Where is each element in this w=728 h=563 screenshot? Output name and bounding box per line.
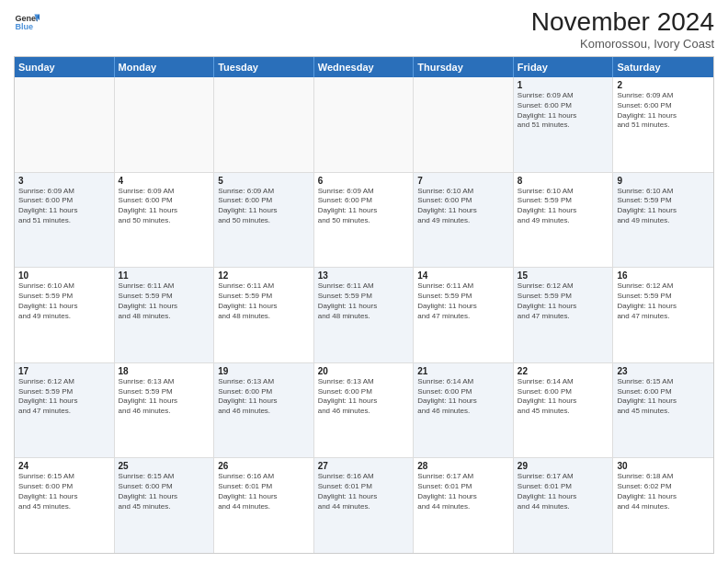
weekday-header: Wednesday	[314, 57, 415, 77]
calendar-row: 24Sunrise: 6:15 AM Sunset: 6:00 PM Dayli…	[15, 458, 713, 553]
calendar-cell: 21Sunrise: 6:14 AM Sunset: 6:00 PM Dayli…	[414, 363, 514, 458]
day-number: 18	[119, 366, 210, 376]
day-info: Sunrise: 6:10 AM Sunset: 5:59 PM Dayligh…	[518, 187, 609, 226]
day-info: Sunrise: 6:09 AM Sunset: 6:00 PM Dayligh…	[518, 91, 609, 131]
calendar-cell	[314, 77, 415, 172]
calendar-cell: 22Sunrise: 6:14 AM Sunset: 6:00 PM Dayli…	[514, 363, 614, 458]
calendar-body: 1Sunrise: 6:09 AM Sunset: 6:00 PM Daylig…	[15, 77, 713, 553]
calendar-cell: 25Sunrise: 6:15 AM Sunset: 6:00 PM Dayli…	[115, 458, 215, 553]
calendar-cell: 2Sunrise: 6:09 AM Sunset: 6:00 PM Daylig…	[613, 77, 713, 172]
calendar-cell: 7Sunrise: 6:10 AM Sunset: 6:00 PM Daylig…	[414, 173, 514, 268]
calendar-cell: 9Sunrise: 6:10 AM Sunset: 5:59 PM Daylig…	[613, 173, 713, 268]
day-number: 4	[119, 176, 210, 186]
calendar-cell: 26Sunrise: 6:16 AM Sunset: 6:01 PM Dayli…	[214, 458, 314, 553]
day-number: 7	[417, 176, 509, 186]
day-number: 14	[417, 270, 509, 281]
day-number: 13	[318, 270, 410, 281]
day-number: 25	[119, 461, 210, 471]
calendar-row: 1Sunrise: 6:09 AM Sunset: 6:00 PM Daylig…	[15, 77, 713, 173]
calendar-row: 17Sunrise: 6:12 AM Sunset: 5:59 PM Dayli…	[15, 363, 713, 459]
day-info: Sunrise: 6:15 AM Sunset: 6:00 PM Dayligh…	[18, 472, 110, 511]
day-info: Sunrise: 6:10 AM Sunset: 6:00 PM Dayligh…	[417, 187, 509, 226]
day-info: Sunrise: 6:13 AM Sunset: 6:00 PM Dayligh…	[318, 377, 410, 417]
day-info: Sunrise: 6:18 AM Sunset: 6:02 PM Dayligh…	[617, 472, 710, 511]
calendar-cell: 13Sunrise: 6:11 AM Sunset: 5:59 PM Dayli…	[314, 268, 415, 362]
calendar-cell: 15Sunrise: 6:12 AM Sunset: 5:59 PM Dayli…	[514, 268, 614, 362]
day-number: 28	[417, 461, 509, 471]
weekday-header: Friday	[514, 57, 614, 77]
calendar-cell: 4Sunrise: 6:09 AM Sunset: 6:00 PM Daylig…	[115, 173, 215, 268]
day-number: 19	[218, 366, 310, 376]
day-info: Sunrise: 6:11 AM Sunset: 5:59 PM Dayligh…	[318, 282, 410, 321]
logo: General Blue	[14, 9, 40, 35]
day-number: 29	[518, 461, 609, 471]
day-info: Sunrise: 6:09 AM Sunset: 6:00 PM Dayligh…	[119, 187, 210, 226]
day-info: Sunrise: 6:11 AM Sunset: 5:59 PM Dayligh…	[119, 282, 210, 321]
day-number: 9	[617, 176, 710, 186]
day-number: 8	[518, 176, 609, 186]
day-info: Sunrise: 6:11 AM Sunset: 5:59 PM Dayligh…	[218, 282, 310, 321]
day-info: Sunrise: 6:17 AM Sunset: 6:01 PM Dayligh…	[417, 472, 509, 511]
day-number: 27	[318, 461, 410, 471]
day-number: 17	[18, 366, 110, 376]
calendar-row: 3Sunrise: 6:09 AM Sunset: 6:00 PM Daylig…	[15, 173, 713, 269]
day-info: Sunrise: 6:09 AM Sunset: 6:00 PM Dayligh…	[318, 187, 410, 226]
calendar-cell: 19Sunrise: 6:13 AM Sunset: 6:00 PM Dayli…	[214, 363, 314, 458]
calendar-cell: 20Sunrise: 6:13 AM Sunset: 6:00 PM Dayli…	[314, 363, 415, 458]
day-number: 3	[18, 176, 110, 186]
day-info: Sunrise: 6:13 AM Sunset: 5:59 PM Dayligh…	[119, 377, 210, 417]
day-number: 22	[518, 366, 609, 376]
day-number: 6	[318, 176, 410, 186]
day-number: 26	[218, 461, 310, 471]
page: General Blue November 2024 Komorossou, I…	[0, 0, 728, 563]
day-info: Sunrise: 6:12 AM Sunset: 5:59 PM Dayligh…	[617, 282, 710, 321]
day-info: Sunrise: 6:10 AM Sunset: 5:59 PM Dayligh…	[617, 187, 710, 226]
calendar-cell: 3Sunrise: 6:09 AM Sunset: 6:00 PM Daylig…	[15, 173, 115, 268]
calendar-cell: 8Sunrise: 6:10 AM Sunset: 5:59 PM Daylig…	[514, 173, 614, 268]
day-info: Sunrise: 6:09 AM Sunset: 6:00 PM Dayligh…	[218, 187, 310, 226]
calendar-cell: 14Sunrise: 6:11 AM Sunset: 5:59 PM Dayli…	[414, 268, 514, 362]
day-number: 2	[617, 80, 710, 90]
weekday-header: Saturday	[613, 57, 713, 77]
calendar-cell: 10Sunrise: 6:10 AM Sunset: 5:59 PM Dayli…	[15, 268, 115, 362]
calendar-cell	[115, 77, 215, 172]
day-info: Sunrise: 6:15 AM Sunset: 6:00 PM Dayligh…	[119, 472, 210, 511]
day-number: 20	[318, 366, 410, 376]
day-number: 21	[417, 366, 509, 376]
logo-icon: General Blue	[14, 9, 40, 35]
calendar-row: 10Sunrise: 6:10 AM Sunset: 5:59 PM Dayli…	[15, 268, 713, 363]
calendar-cell: 24Sunrise: 6:15 AM Sunset: 6:00 PM Dayli…	[15, 458, 115, 553]
month-title: November 2024	[531, 9, 714, 35]
weekday-header: Sunday	[15, 57, 115, 77]
day-number: 15	[518, 270, 609, 281]
calendar-cell	[214, 77, 314, 172]
day-info: Sunrise: 6:14 AM Sunset: 6:00 PM Dayligh…	[417, 377, 509, 417]
day-info: Sunrise: 6:11 AM Sunset: 5:59 PM Dayligh…	[417, 282, 509, 321]
day-info: Sunrise: 6:14 AM Sunset: 6:00 PM Dayligh…	[518, 377, 609, 417]
day-info: Sunrise: 6:16 AM Sunset: 6:01 PM Dayligh…	[218, 472, 310, 511]
calendar-header: SundayMondayTuesdayWednesdayThursdayFrid…	[15, 57, 713, 77]
day-number: 24	[18, 461, 110, 471]
day-number: 12	[218, 270, 310, 281]
day-info: Sunrise: 6:13 AM Sunset: 6:00 PM Dayligh…	[218, 377, 310, 417]
calendar-cell: 5Sunrise: 6:09 AM Sunset: 6:00 PM Daylig…	[214, 173, 314, 268]
day-info: Sunrise: 6:09 AM Sunset: 6:00 PM Dayligh…	[18, 187, 110, 226]
calendar-cell: 1Sunrise: 6:09 AM Sunset: 6:00 PM Daylig…	[514, 77, 614, 172]
header: General Blue November 2024 Komorossou, I…	[14, 9, 714, 51]
calendar-cell: 17Sunrise: 6:12 AM Sunset: 5:59 PM Dayli…	[15, 363, 115, 458]
day-info: Sunrise: 6:17 AM Sunset: 6:01 PM Dayligh…	[518, 472, 609, 511]
calendar-cell: 11Sunrise: 6:11 AM Sunset: 5:59 PM Dayli…	[115, 268, 215, 362]
svg-text:Blue: Blue	[15, 22, 33, 31]
title-block: November 2024 Komorossou, Ivory Coast	[531, 9, 714, 51]
day-info: Sunrise: 6:09 AM Sunset: 6:00 PM Dayligh…	[617, 91, 710, 131]
day-number: 11	[119, 270, 210, 281]
calendar-cell: 27Sunrise: 6:16 AM Sunset: 6:01 PM Dayli…	[314, 458, 415, 553]
day-number: 5	[218, 176, 310, 186]
day-number: 16	[617, 270, 710, 281]
day-info: Sunrise: 6:15 AM Sunset: 6:00 PM Dayligh…	[617, 377, 710, 417]
day-info: Sunrise: 6:10 AM Sunset: 5:59 PM Dayligh…	[18, 282, 110, 321]
day-info: Sunrise: 6:16 AM Sunset: 6:01 PM Dayligh…	[318, 472, 410, 511]
day-number: 1	[518, 80, 609, 90]
calendar-cell: 30Sunrise: 6:18 AM Sunset: 6:02 PM Dayli…	[613, 458, 713, 553]
day-info: Sunrise: 6:12 AM Sunset: 5:59 PM Dayligh…	[18, 377, 110, 417]
